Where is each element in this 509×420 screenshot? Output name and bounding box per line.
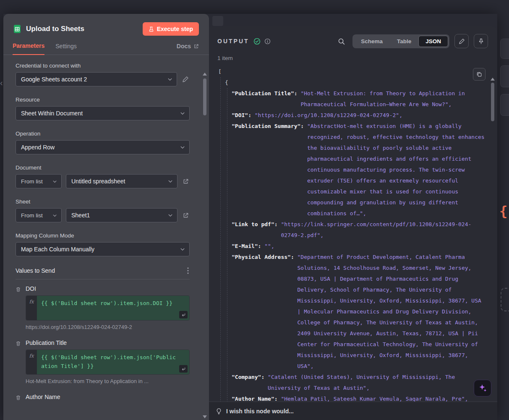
json-entry: "Author Name": "Hemlata Patil, Sateesh K… [232, 394, 485, 402]
edit-output-button[interactable] [454, 34, 469, 48]
scroll-up-arrow[interactable] [491, 78, 495, 81]
expression-editor[interactable]: fx {{ $('Build sheet row').item.json.DOI… [26, 295, 190, 321]
value-item-doi: DOI fx {{ $('Build sheet row').item.json… [16, 285, 190, 330]
json-value: "Catalent (United States), University of… [268, 372, 485, 394]
wish-node-input[interactable]: I wish this node would... [209, 402, 497, 420]
parameters-form: Credential to connect with Google Sheets… [3, 55, 209, 420]
credential-select[interactable]: Google Sheets account 2 [16, 72, 177, 86]
delete-value-button[interactable] [15, 286, 22, 293]
json-value: "https://doi.org/10.1208/s12249-024-0274… [255, 110, 402, 121]
resource-value: Sheet Within Document [21, 110, 177, 117]
output-title: OUTPUT [217, 38, 249, 44]
json-entry: "DOI": "https://doi.org/10.1208/s12249-0… [232, 110, 485, 121]
execute-step-label: Execute step [157, 26, 193, 32]
json-key: "Author Name": [232, 394, 281, 402]
json-entry: "Physical Address": "Department of Produ… [232, 252, 485, 372]
sheet-value: Sheet1 [71, 212, 164, 219]
info-icon[interactable] [264, 38, 271, 44]
execute-step-button[interactable]: Execute step [143, 22, 199, 36]
field-resource: Resource Sheet Within Document [16, 97, 190, 120]
json-array-open: [ [218, 66, 485, 77]
expression-editor[interactable]: fx {{ $('Build sheet row').item.json['Pu… [26, 350, 190, 375]
collapse-panel-chevron-icon[interactable]: ‹ [0, 78, 3, 88]
n8n-node-details-view: { ‹ Upload to Sheets Execute step [0, 0, 509, 420]
docs-label: Docs [177, 43, 191, 50]
delete-value-button[interactable] [15, 340, 22, 347]
left-panel-scrollbar[interactable] [202, 73, 207, 418]
chevron-down-icon [167, 77, 172, 82]
mapping-mode-select[interactable]: Map Each Column Manually [16, 242, 190, 256]
field-label: Credential to connect with [16, 63, 190, 69]
scrollbar-thumb[interactable] [491, 83, 494, 121]
field-operation: Operation Append Row [16, 130, 190, 154]
ai-assistant-button[interactable] [474, 380, 491, 397]
sheet-mode-select[interactable]: From list [16, 208, 62, 222]
json-value: "Hot-Melt Extrusion: from Theory to Appl… [300, 88, 485, 110]
field-label: Sheet [16, 198, 190, 205]
json-entry: "Link to pdf": "https://link.springer.co… [232, 219, 485, 241]
trash-icon [16, 395, 21, 401]
delete-value-button[interactable] [15, 394, 22, 402]
external-link-icon [183, 178, 189, 185]
json-value: "AbstractHot-melt extrusion (HME) is a g… [307, 121, 485, 219]
field-document: Document From list Untitled spreadsheet [16, 164, 190, 188]
field-sheet: Sheet From list Sheet1 [16, 198, 190, 222]
chevron-down-icon [52, 179, 57, 184]
pin-output-button[interactable] [474, 34, 488, 48]
scroll-up-arrow[interactable] [203, 73, 207, 76]
divider [16, 279, 190, 279]
json-key: "DOI": [232, 110, 255, 121]
json-entry: "Publication Summary": "AbstractHot-melt… [232, 121, 485, 219]
field-credential: Credential to connect with Google Sheets… [16, 63, 190, 86]
flask-icon [149, 26, 154, 32]
field-label: Operation [16, 130, 190, 137]
docs-link[interactable]: Docs [177, 43, 199, 55]
canvas-node-edge [500, 94, 509, 116]
copy-json-button[interactable] [473, 68, 486, 81]
document-select[interactable]: Untitled spreadsheet [66, 174, 177, 188]
sheet-mode-value: From list [21, 212, 49, 219]
field-label: Mapping Column Mode [16, 232, 190, 239]
json-entry: "Publication Title": "Hot-Melt Extrusion… [232, 88, 485, 110]
tab-parameters[interactable]: Parameters [13, 42, 44, 55]
edit-credential-button[interactable] [181, 75, 190, 83]
document-value: Untitled spreadsheet [71, 178, 164, 185]
operation-select[interactable]: Append Row [16, 140, 190, 154]
chevron-down-icon [52, 213, 57, 218]
json-value: "Hemlata Patil, Sateesh Kumar Vemula, Sa… [281, 394, 468, 402]
open-expression-editor-button[interactable] [179, 311, 188, 318]
scroll-down-arrow[interactable] [203, 415, 207, 418]
field-label: Resource [16, 97, 190, 103]
lightbulb-icon [216, 408, 222, 415]
pin-icon [478, 38, 484, 44]
chevron-down-icon [180, 247, 185, 252]
open-sheet-button[interactable] [182, 211, 190, 219]
success-check-icon [253, 38, 261, 45]
values-to-send-label: Values to Send [16, 267, 55, 274]
copy-icon [476, 71, 482, 77]
scrollbar-thumb[interactable] [203, 78, 206, 115]
view-schema-button[interactable]: Schema [354, 36, 390, 47]
expression-brace-tab[interactable]: { [499, 203, 507, 219]
values-options-button[interactable] [186, 266, 190, 275]
view-table-button[interactable]: Table [390, 36, 418, 47]
json-key: "Publication Title": [232, 88, 300, 99]
resource-select[interactable]: Sheet Within Document [16, 106, 190, 120]
json-key: "Publication Summary": [232, 121, 307, 132]
expression-result: https://doi.org/10.1208/s12249-024-02749… [26, 324, 190, 330]
output-scrollbar[interactable] [491, 78, 495, 398]
output-view-switcher: Schema Table JSON [352, 34, 449, 48]
json-key: "Physical Address": [232, 252, 298, 263]
open-expression-editor-button[interactable] [179, 365, 188, 373]
view-json-button[interactable]: JSON [418, 36, 448, 47]
chevron-down-icon [180, 111, 185, 116]
chevron-down-icon [168, 213, 173, 218]
sheet-select[interactable]: Sheet1 [66, 208, 177, 222]
search-output-button[interactable] [337, 37, 346, 46]
corner-arrow-icon [181, 367, 186, 371]
document-mode-select[interactable]: From list [16, 174, 62, 188]
tab-settings[interactable]: Settings [55, 43, 77, 55]
field-mapping-mode: Mapping Column Mode Map Each Column Manu… [16, 232, 190, 256]
open-document-button[interactable] [182, 177, 190, 185]
canvas-add-node-edge[interactable] [501, 288, 509, 311]
